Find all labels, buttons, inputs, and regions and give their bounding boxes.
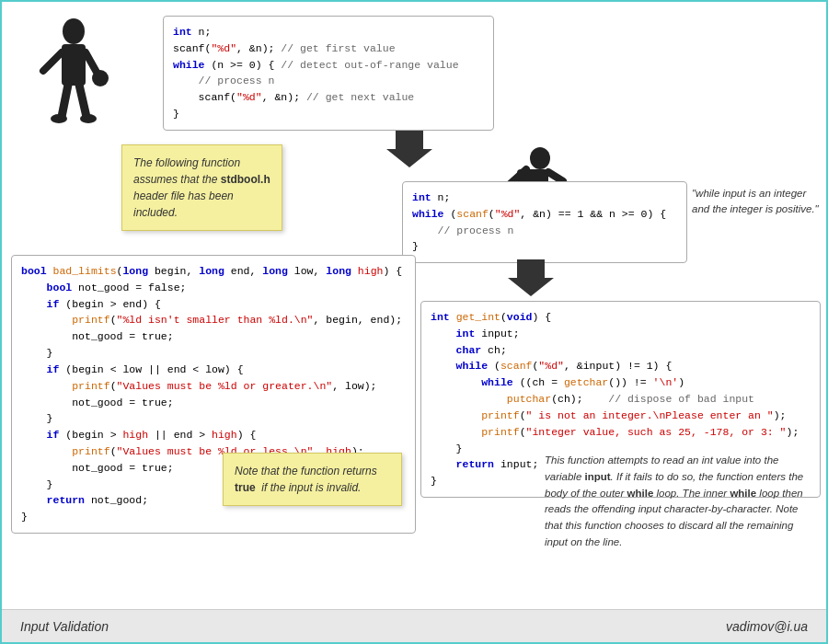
sticky-note-1: The following function assumes that the … <box>121 144 282 231</box>
svg-line-5 <box>79 85 86 117</box>
footer-title: Input Validation <box>20 619 109 634</box>
svg-point-6 <box>51 114 67 123</box>
figure-standing <box>11 11 140 140</box>
svg-marker-9 <box>386 131 432 167</box>
arrow-2 <box>508 259 554 296</box>
quote-box: "while input is an integer and the integ… <box>692 186 821 218</box>
svg-point-8 <box>92 70 109 86</box>
svg-line-4 <box>62 85 68 117</box>
footer: Input Validation vadimov@i.ua <box>2 609 826 642</box>
svg-line-2 <box>43 52 62 71</box>
svg-point-7 <box>80 114 97 123</box>
svg-line-17 <box>548 172 563 181</box>
svg-marker-18 <box>508 259 554 296</box>
svg-point-10 <box>530 147 550 169</box>
svg-rect-1 <box>62 44 86 86</box>
sticky-note-2: Note that the function returns true if t… <box>223 453 402 506</box>
footer-author: vadimov@i.ua <box>726 619 808 634</box>
code-box-2: int n; while (scanf("%d", &n) == 1 && n … <box>402 181 687 263</box>
svg-point-0 <box>63 18 85 44</box>
description-text: This function attempts to read an int va… <box>545 453 816 551</box>
code-box-1: int n; scanf("%d", &n); // get first val… <box>163 16 494 131</box>
arrow-1 <box>386 131 432 167</box>
